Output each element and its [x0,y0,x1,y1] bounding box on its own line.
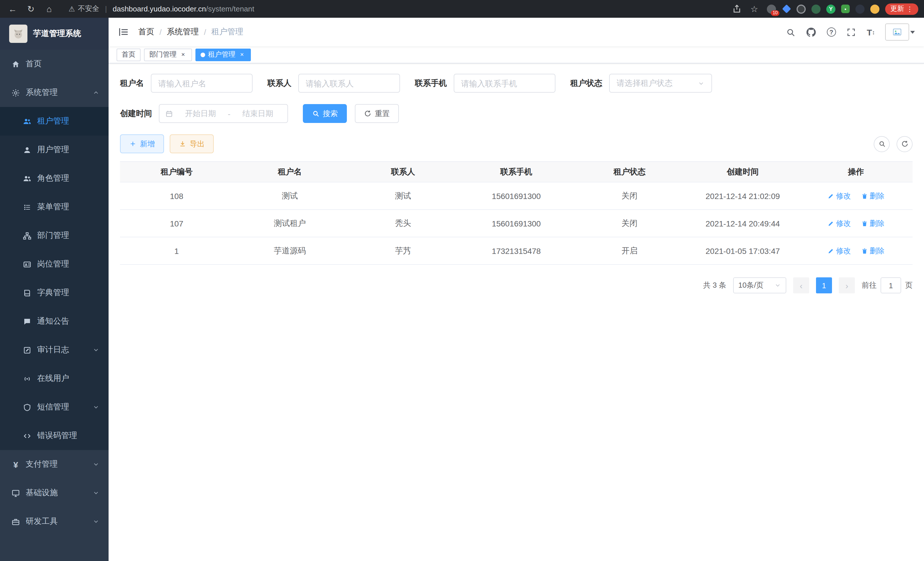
sidebar-item-role-management[interactable]: 角色管理 [0,164,109,193]
page-size-select[interactable]: 10条/页 [733,277,786,293]
toolbar-right [874,136,913,152]
sidebar-item-label: 通知公告 [37,316,69,326]
chevron-down-icon [93,490,99,496]
reload-icon[interactable]: ↻ [24,2,38,16]
sidebar-item-user-management[interactable]: 用户管理 [0,135,109,164]
goto-page-input[interactable] [880,277,901,293]
sidebar-item-home[interactable]: 首页 [0,50,109,78]
breadcrumb-home[interactable]: 首页 [138,27,154,37]
search-icon[interactable] [786,27,796,37]
delete-link[interactable]: 删除 [861,218,885,229]
edit-label: 修改 [836,246,851,256]
add-button[interactable]: 新增 [120,134,164,153]
delete-link[interactable]: 删除 [861,246,885,256]
extension-diamond-icon[interactable] [782,4,791,14]
system-submenu: 租户管理 用户管理 角色管理 [0,107,109,450]
sidebar-item-dict-management[interactable]: 字典管理 [0,278,109,307]
plus-icon [129,140,136,147]
user-menu[interactable] [885,23,915,41]
bookmark-star-icon[interactable]: ☆ [747,2,761,16]
app-frame: 芋道管理系统 首页 系统管理 租户管 [0,18,924,561]
prev-page-button[interactable]: ‹ [793,277,809,293]
status-select[interactable]: 请选择租户状态 [609,74,712,93]
sidebar-group-infrastructure[interactable]: 基础设施 [0,479,109,507]
font-size-icon[interactable]: T↕ [867,27,875,37]
breadcrumb-system[interactable]: 系统管理 [167,27,199,37]
browser-update-button[interactable]: 更新 ⋮ [885,3,918,15]
breadcrumb: 首页 / 系统管理 / 租户管理 [138,27,243,37]
browser-profile-avatar[interactable] [870,4,879,14]
user-avatar[interactable] [885,23,909,41]
refresh-icon [901,140,908,147]
search-button-label: 搜索 [323,108,338,119]
tab-label: 租户管理 [208,50,236,59]
delete-link[interactable]: 删除 [861,191,885,201]
back-icon[interactable]: ← [6,2,20,16]
sidebar-collapse-icon[interactable] [118,26,129,38]
tenant-table: 租户编号 租户名 联系人 联系手机 租户状态 创建时间 操作 108 测试 [120,161,913,265]
extension-green-y-icon[interactable]: Y [826,4,836,14]
close-icon[interactable]: × [238,51,246,58]
sidebar-item-sms-management[interactable]: 短信管理 [0,393,109,421]
share-icon[interactable] [731,4,742,14]
create-time-label: 创建时间 [120,108,152,119]
help-icon[interactable]: ? [827,27,836,37]
update-label: 更新 [890,4,904,14]
refresh-table-button[interactable] [897,136,913,152]
extension-dark-green-icon[interactable] [812,4,820,14]
fullscreen-icon[interactable] [846,27,856,37]
edit-link[interactable]: 修改 [827,246,851,256]
close-icon[interactable]: × [179,51,187,58]
tab-home[interactable]: 首页 [117,48,141,61]
contact-input[interactable] [298,74,400,93]
extension-paw-icon[interactable] [855,4,865,14]
sidebar-group-system[interactable]: 系统管理 [0,78,109,107]
delete-label: 删除 [870,246,885,256]
tab-label: 首页 [122,50,135,59]
date-range-picker[interactable]: 开始日期 - 结束日期 [159,104,288,123]
user-icon [23,146,32,154]
yen-icon: ¥ [11,460,20,469]
tenant-name-input[interactable] [151,74,253,93]
filter-row-2: 创建时间 开始日期 - 结束日期 搜索 重置 [120,104,913,123]
extension-green-square-icon[interactable]: ▪ [841,5,850,13]
sidebar-item-audit-log[interactable]: 审计日志 [0,336,109,364]
extension-dark-ring-icon[interactable] [796,4,806,14]
security-warning[interactable]: ⚠ 不安全 [69,4,99,14]
calendar-icon [165,110,173,117]
cell-created: 2021-01-05 17:03:47 [686,237,799,265]
tab-dept-management[interactable]: 部门管理 × [144,48,192,61]
sidebar-item-label: 首页 [26,59,42,69]
kebab-menu-icon[interactable]: ⋮ [906,5,913,13]
pencil-icon [827,193,834,199]
search-button[interactable]: 搜索 [303,104,347,123]
id-badge-icon [23,260,32,268]
sidebar-item-error-code[interactable]: 错误码管理 [0,421,109,450]
extension-adblock-icon[interactable]: 10 [767,4,776,14]
cell-contact: 秃头 [346,210,460,237]
sidebar-item-dept-management[interactable]: 部门管理 [0,221,109,250]
phone-input[interactable] [454,74,555,93]
search-toggle-button[interactable] [874,136,890,152]
address-bar[interactable]: ⚠ 不安全 | dashboard.yudao.iocoder.cn/syste… [61,4,727,14]
edit-link[interactable]: 修改 [827,218,851,229]
edit-label: 修改 [836,218,851,229]
sidebar-item-tenant-management[interactable]: 租户管理 [0,107,109,135]
page-1-button[interactable]: 1 [816,277,832,293]
reset-button[interactable]: 重置 [355,104,399,123]
sidebar-item-online-users[interactable]: 在线用户 [0,364,109,393]
edit-link[interactable]: 修改 [827,191,851,201]
sidebar-group-devtools[interactable]: 研发工具 [0,507,109,536]
sidebar-item-menu-management[interactable]: 菜单管理 [0,193,109,221]
sidebar-group-payment[interactable]: ¥ 支付管理 [0,450,109,479]
github-icon[interactable] [806,27,817,37]
sidebar-logo[interactable]: 芋道管理系统 [0,18,109,50]
pagination: 共 3 条 10条/页 ‹ 1 › 前往 页 [120,277,913,293]
table-toolbar: 新增 导出 [120,134,913,153]
sidebar-item-post-management[interactable]: 岗位管理 [0,250,109,278]
home-icon[interactable]: ⌂ [42,2,56,16]
next-page-button[interactable]: › [839,277,855,293]
sidebar-item-notice[interactable]: 通知公告 [0,307,109,336]
tab-tenant-management[interactable]: 租户管理 × [195,48,251,61]
export-button[interactable]: 导出 [170,134,214,153]
